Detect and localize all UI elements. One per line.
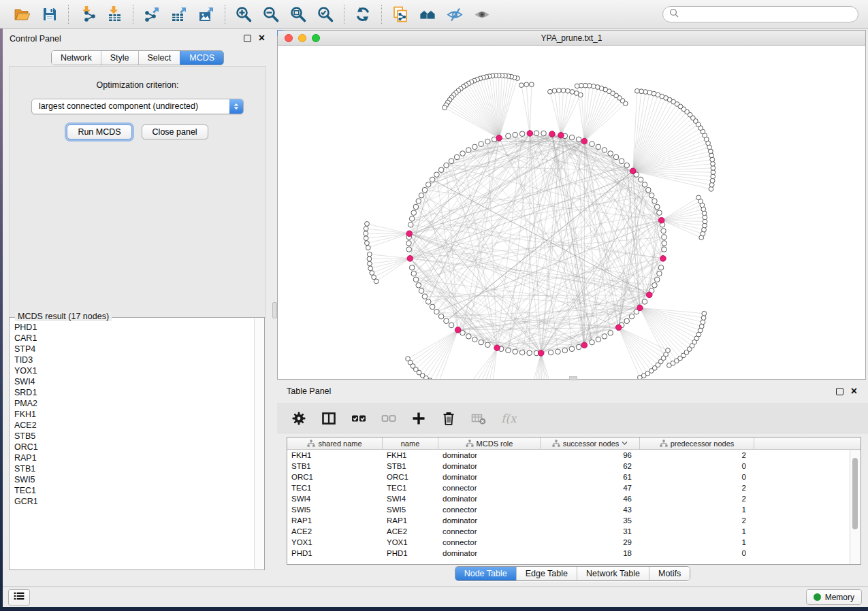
- mcds-result-item[interactable]: TID3: [14, 354, 254, 365]
- tab-node-table[interactable]: Node Table: [455, 567, 516, 580]
- window-close-icon[interactable]: [285, 34, 293, 42]
- task-history-button[interactable]: [8, 589, 30, 606]
- clone-network-button[interactable]: [388, 3, 413, 25]
- vertical-splitter[interactable]: [272, 29, 277, 587]
- tab-edge-table[interactable]: Edge Table: [516, 567, 577, 580]
- table-cell: dominator: [438, 473, 541, 481]
- delete-button[interactable]: [440, 410, 457, 427]
- tab-select[interactable]: Select: [138, 51, 180, 65]
- run-mcds-button[interactable]: Run MCDS: [67, 125, 131, 139]
- table-row[interactable]: STB1STB1dominator620: [287, 461, 861, 472]
- zoom-fit-button[interactable]: [286, 3, 310, 25]
- table-scrollbar-thumb[interactable]: [852, 458, 858, 529]
- import-table-button[interactable]: [102, 3, 127, 25]
- tab-style[interactable]: Style: [101, 51, 138, 65]
- hide-selected-button[interactable]: [443, 3, 467, 25]
- mcds-result-item[interactable]: RAP1: [14, 452, 254, 463]
- select-all-button[interactable]: [351, 410, 367, 427]
- unselect-all-button[interactable]: [381, 410, 397, 427]
- memory-button[interactable]: Memory: [806, 589, 862, 605]
- mcds-result-item[interactable]: SWI4: [14, 376, 254, 387]
- table-cell: PHD1: [287, 549, 383, 557]
- close-panel-icon[interactable]: ×: [259, 34, 265, 42]
- table-row[interactable]: RAP1RAP1dominator352: [287, 515, 861, 526]
- vertical-splitter-handle[interactable]: [272, 302, 277, 318]
- window-maximize-icon[interactable]: [312, 34, 320, 42]
- table-cell: dominator: [438, 451, 541, 459]
- show-all-icon: [473, 5, 491, 23]
- zoom-selected-button[interactable]: [313, 3, 338, 25]
- mcds-result-item[interactable]: PHD1: [14, 322, 254, 333]
- table-row[interactable]: YOX1YOX1connector291: [287, 537, 861, 548]
- show-all-button[interactable]: [470, 3, 494, 25]
- float-panel-icon[interactable]: [244, 35, 251, 42]
- export-image-button[interactable]: [194, 3, 219, 25]
- mcds-result-item[interactable]: GCR1: [14, 496, 254, 507]
- tab-network[interactable]: Network: [52, 51, 101, 65]
- table-cell: SWI5: [383, 506, 438, 514]
- zoom-out-button[interactable]: [259, 3, 283, 25]
- table-cell: ORC1: [383, 473, 438, 481]
- table-row[interactable]: TEC1TEC1connector472: [287, 482, 861, 493]
- table-row[interactable]: ORC1ORC1dominator610: [287, 472, 861, 482]
- table-cell: ORC1: [287, 473, 383, 481]
- tab-motifs[interactable]: Motifs: [649, 567, 690, 580]
- column-header-shared-name[interactable]: shared name: [287, 437, 383, 449]
- refresh-button[interactable]: [351, 3, 375, 25]
- first-neighbors-button[interactable]: [415, 3, 440, 25]
- search-input[interactable]: [683, 10, 852, 19]
- table-cell: TEC1: [383, 484, 438, 492]
- mcds-result-item[interactable]: FKH1: [14, 409, 254, 420]
- open-button[interactable]: [10, 3, 35, 25]
- column-header-filler: [754, 437, 861, 449]
- export-network-button[interactable]: [140, 3, 164, 25]
- table-row[interactable]: ACE2ACE2connector311: [287, 526, 861, 537]
- table-cell: 2: [640, 484, 754, 492]
- mcds-result-item[interactable]: STP4: [14, 344, 254, 354]
- network-canvas[interactable]: [278, 45, 865, 379]
- export-table-button[interactable]: [167, 3, 191, 25]
- table-row[interactable]: SWI5SWI5connector431: [287, 504, 861, 515]
- add-column-button[interactable]: [411, 410, 427, 427]
- tab-network-table[interactable]: Network Table: [577, 567, 649, 580]
- table-row[interactable]: FKH1FKH1dominator962: [287, 450, 861, 461]
- column-header-successor-nodes[interactable]: successor nodes: [541, 437, 640, 449]
- tab-mcds[interactable]: MCDS: [180, 51, 223, 65]
- table-row[interactable]: PHD1PHD1dominator180: [287, 548, 861, 559]
- column-header-name[interactable]: name: [383, 437, 438, 449]
- table-cell: ACE2: [383, 527, 438, 535]
- table-cell: 2: [640, 451, 754, 459]
- mcds-result-item[interactable]: ACE2: [14, 420, 254, 431]
- search-box[interactable]: [662, 6, 858, 22]
- mcds-result-item[interactable]: SWI5: [14, 474, 254, 485]
- mcds-result-item[interactable]: STB5: [14, 431, 254, 442]
- task-list-icon: [13, 590, 25, 602]
- cytoscape-window: Control Panel × NetworkStyleSelectMCDS O…: [0, 0, 868, 607]
- import-network-button[interactable]: [75, 3, 99, 25]
- column-header-predecessor-nodes[interactable]: predecessor nodes: [640, 437, 754, 449]
- column-header-mcds-role[interactable]: MCDS role: [438, 437, 541, 449]
- zoom-in-button[interactable]: [231, 3, 256, 25]
- settings-button[interactable]: [291, 410, 307, 427]
- close-panel-button[interactable]: Close panel: [142, 125, 208, 139]
- mcds-result-item[interactable]: PMA2: [14, 398, 254, 409]
- mcds-result-item[interactable]: ORC1: [14, 442, 254, 452]
- mcds-result-item[interactable]: TEC1: [14, 485, 254, 496]
- table-scrollbar[interactable]: [850, 450, 861, 564]
- criterion-dropdown-value: largest connected component (undirected): [39, 99, 198, 114]
- float-table-panel-icon[interactable]: [836, 388, 843, 395]
- save-button[interactable]: [37, 3, 62, 25]
- mcds-result-item[interactable]: YOX1: [14, 365, 254, 376]
- horizontal-splitter-handle[interactable]: [569, 376, 577, 380]
- window-minimize-icon[interactable]: [298, 34, 306, 42]
- table-cell: 46: [541, 495, 640, 503]
- mcds-result-item[interactable]: SRD1: [14, 387, 254, 398]
- table-row[interactable]: SWI4SWI4dominator462: [287, 493, 861, 504]
- close-table-panel-icon[interactable]: ×: [851, 387, 857, 395]
- mcds-list-scrollbar[interactable]: [254, 318, 263, 569]
- mcds-result-item[interactable]: CAR1: [14, 333, 254, 344]
- split-panel-button[interactable]: [321, 410, 337, 427]
- network-graph[interactable]: [278, 45, 865, 379]
- criterion-dropdown[interactable]: largest connected component (undirected): [31, 99, 244, 114]
- mcds-result-item[interactable]: STB1: [14, 463, 254, 474]
